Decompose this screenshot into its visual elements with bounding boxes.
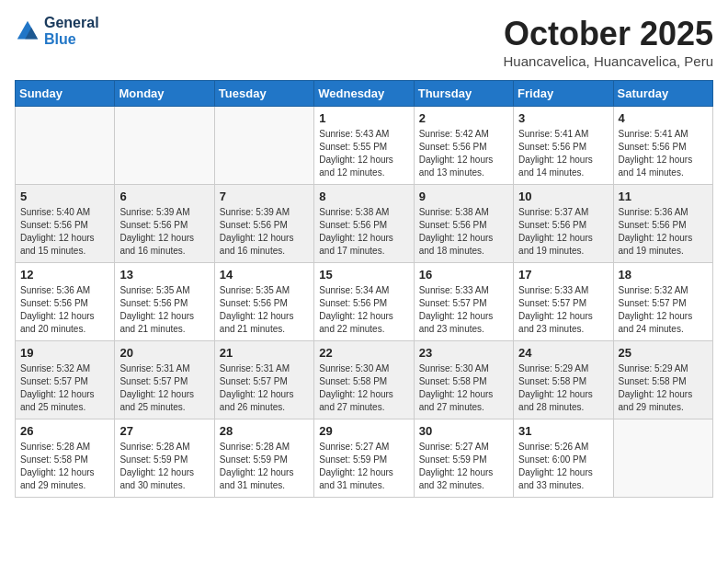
week-row-2: 5Sunrise: 5:40 AMSunset: 5:56 PMDaylight… xyxy=(16,185,713,263)
day-info: Sunrise: 5:34 AMSunset: 5:56 PMDaylight:… xyxy=(319,284,408,336)
calendar-cell: 13Sunrise: 5:35 AMSunset: 5:56 PMDayligh… xyxy=(115,263,214,341)
day-number: 10 xyxy=(518,190,608,203)
day-info: Sunrise: 5:39 AMSunset: 5:56 PMDaylight:… xyxy=(220,206,309,258)
calendar-cell: 3Sunrise: 5:41 AMSunset: 5:56 PMDaylight… xyxy=(514,107,613,185)
calendar-cell: 23Sunrise: 5:30 AMSunset: 5:58 PMDayligh… xyxy=(414,341,513,419)
day-number: 18 xyxy=(619,268,708,282)
calendar-cell: 30Sunrise: 5:27 AMSunset: 5:59 PMDayligh… xyxy=(414,419,513,498)
calendar-cell: 20Sunrise: 5:31 AMSunset: 5:57 PMDayligh… xyxy=(115,341,214,419)
day-info: Sunrise: 5:36 AMSunset: 5:56 PMDaylight:… xyxy=(619,206,708,258)
calendar-cell: 28Sunrise: 5:28 AMSunset: 5:59 PMDayligh… xyxy=(214,419,313,498)
day-number: 21 xyxy=(220,346,309,360)
weekday-header-tuesday: Tuesday xyxy=(214,81,313,107)
calendar-cell: 11Sunrise: 5:36 AMSunset: 5:56 PMDayligh… xyxy=(613,185,712,263)
calendar-cell: 22Sunrise: 5:30 AMSunset: 5:58 PMDayligh… xyxy=(314,341,414,419)
day-number: 16 xyxy=(419,268,508,282)
logo-icon xyxy=(15,18,40,44)
week-row-1: 1Sunrise: 5:43 AMSunset: 5:55 PMDaylight… xyxy=(16,107,713,185)
weekday-header-row: SundayMondayTuesdayWednesdayThursdayFrid… xyxy=(16,81,713,107)
calendar-cell xyxy=(214,107,313,185)
day-number: 20 xyxy=(119,346,209,360)
calendar-cell: 10Sunrise: 5:37 AMSunset: 5:56 PMDayligh… xyxy=(514,185,613,263)
calendar-cell: 5Sunrise: 5:40 AMSunset: 5:56 PMDaylight… xyxy=(16,185,115,263)
calendar-cell: 21Sunrise: 5:31 AMSunset: 5:57 PMDayligh… xyxy=(214,341,313,419)
day-number: 28 xyxy=(220,424,309,438)
weekday-header-wednesday: Wednesday xyxy=(314,81,414,107)
day-number: 1 xyxy=(319,111,408,125)
day-info: Sunrise: 5:33 AMSunset: 5:57 PMDaylight:… xyxy=(518,284,608,336)
day-info: Sunrise: 5:41 AMSunset: 5:56 PMDaylight:… xyxy=(518,128,608,179)
day-info: Sunrise: 5:35 AMSunset: 5:56 PMDaylight:… xyxy=(119,284,209,336)
week-row-5: 26Sunrise: 5:28 AMSunset: 5:58 PMDayligh… xyxy=(16,419,713,498)
day-info: Sunrise: 5:27 AMSunset: 5:59 PMDaylight:… xyxy=(419,441,508,492)
day-number: 19 xyxy=(20,346,109,360)
day-number: 17 xyxy=(518,268,608,282)
weekday-header-saturday: Saturday xyxy=(613,81,712,107)
day-info: Sunrise: 5:35 AMSunset: 5:56 PMDaylight:… xyxy=(220,284,309,336)
logo-text: General Blue xyxy=(44,15,99,47)
day-number: 14 xyxy=(220,268,309,282)
calendar-cell: 29Sunrise: 5:27 AMSunset: 5:59 PMDayligh… xyxy=(314,419,414,498)
calendar-cell xyxy=(613,419,712,498)
day-number: 24 xyxy=(518,346,608,360)
day-number: 4 xyxy=(619,111,708,125)
title-block: October 2025 Huancavelica, Huancavelica,… xyxy=(504,15,713,69)
day-number: 22 xyxy=(319,346,408,360)
day-info: Sunrise: 5:41 AMSunset: 5:56 PMDaylight:… xyxy=(619,128,708,179)
calendar-cell: 17Sunrise: 5:33 AMSunset: 5:57 PMDayligh… xyxy=(514,263,613,341)
calendar-cell: 1Sunrise: 5:43 AMSunset: 5:55 PMDaylight… xyxy=(314,107,414,185)
day-number: 13 xyxy=(119,268,209,282)
day-info: Sunrise: 5:43 AMSunset: 5:55 PMDaylight:… xyxy=(319,128,408,179)
calendar-cell: 9Sunrise: 5:38 AMSunset: 5:56 PMDaylight… xyxy=(414,185,513,263)
week-row-3: 12Sunrise: 5:36 AMSunset: 5:56 PMDayligh… xyxy=(16,263,713,341)
day-info: Sunrise: 5:39 AMSunset: 5:56 PMDaylight:… xyxy=(119,206,209,258)
day-info: Sunrise: 5:38 AMSunset: 5:56 PMDaylight:… xyxy=(419,206,508,258)
calendar-cell: 24Sunrise: 5:29 AMSunset: 5:58 PMDayligh… xyxy=(514,341,613,419)
calendar-cell: 25Sunrise: 5:29 AMSunset: 5:58 PMDayligh… xyxy=(613,341,712,419)
calendar-cell xyxy=(16,107,115,185)
day-info: Sunrise: 5:30 AMSunset: 5:58 PMDaylight:… xyxy=(319,362,408,414)
week-row-4: 19Sunrise: 5:32 AMSunset: 5:57 PMDayligh… xyxy=(16,341,713,419)
day-info: Sunrise: 5:28 AMSunset: 5:58 PMDaylight:… xyxy=(20,441,109,492)
weekday-header-friday: Friday xyxy=(514,81,613,107)
day-info: Sunrise: 5:40 AMSunset: 5:56 PMDaylight:… xyxy=(20,206,109,258)
day-number: 25 xyxy=(619,346,708,360)
day-number: 7 xyxy=(220,190,309,203)
calendar-cell: 27Sunrise: 5:28 AMSunset: 5:59 PMDayligh… xyxy=(115,419,214,498)
calendar-cell: 2Sunrise: 5:42 AMSunset: 5:56 PMDaylight… xyxy=(414,107,513,185)
day-info: Sunrise: 5:42 AMSunset: 5:56 PMDaylight:… xyxy=(419,128,508,179)
day-number: 26 xyxy=(20,424,109,438)
calendar-cell: 8Sunrise: 5:38 AMSunset: 5:56 PMDaylight… xyxy=(314,185,414,263)
calendar-cell: 15Sunrise: 5:34 AMSunset: 5:56 PMDayligh… xyxy=(314,263,414,341)
weekday-header-monday: Monday xyxy=(115,81,214,107)
calendar-cell: 16Sunrise: 5:33 AMSunset: 5:57 PMDayligh… xyxy=(414,263,513,341)
day-info: Sunrise: 5:37 AMSunset: 5:56 PMDaylight:… xyxy=(518,206,608,258)
calendar-cell: 26Sunrise: 5:28 AMSunset: 5:58 PMDayligh… xyxy=(16,419,115,498)
calendar-cell: 4Sunrise: 5:41 AMSunset: 5:56 PMDaylight… xyxy=(613,107,712,185)
day-number: 6 xyxy=(119,190,209,203)
day-number: 8 xyxy=(319,190,408,203)
day-info: Sunrise: 5:33 AMSunset: 5:57 PMDaylight:… xyxy=(419,284,508,336)
day-info: Sunrise: 5:32 AMSunset: 5:57 PMDaylight:… xyxy=(619,284,708,336)
calendar-cell: 31Sunrise: 5:26 AMSunset: 6:00 PMDayligh… xyxy=(514,419,613,498)
day-info: Sunrise: 5:28 AMSunset: 5:59 PMDaylight:… xyxy=(220,441,309,492)
calendar-cell: 18Sunrise: 5:32 AMSunset: 5:57 PMDayligh… xyxy=(613,263,712,341)
day-info: Sunrise: 5:32 AMSunset: 5:57 PMDaylight:… xyxy=(20,362,109,414)
calendar-cell xyxy=(115,107,214,185)
day-number: 31 xyxy=(518,424,608,438)
page-header: General Blue October 2025 Huancavelica, … xyxy=(15,15,713,69)
day-number: 15 xyxy=(319,268,408,282)
day-number: 27 xyxy=(119,424,209,438)
calendar-cell: 12Sunrise: 5:36 AMSunset: 5:56 PMDayligh… xyxy=(16,263,115,341)
day-number: 30 xyxy=(419,424,508,438)
day-info: Sunrise: 5:27 AMSunset: 5:59 PMDaylight:… xyxy=(319,441,408,492)
day-info: Sunrise: 5:36 AMSunset: 5:56 PMDaylight:… xyxy=(20,284,109,336)
day-number: 29 xyxy=(319,424,408,438)
calendar-table: SundayMondayTuesdayWednesdayThursdayFrid… xyxy=(15,80,713,498)
day-number: 2 xyxy=(419,111,508,125)
day-info: Sunrise: 5:29 AMSunset: 5:58 PMDaylight:… xyxy=(518,362,608,414)
day-info: Sunrise: 5:31 AMSunset: 5:57 PMDaylight:… xyxy=(119,362,209,414)
day-number: 3 xyxy=(518,111,608,125)
weekday-header-thursday: Thursday xyxy=(414,81,513,107)
calendar-cell: 6Sunrise: 5:39 AMSunset: 5:56 PMDaylight… xyxy=(115,185,214,263)
